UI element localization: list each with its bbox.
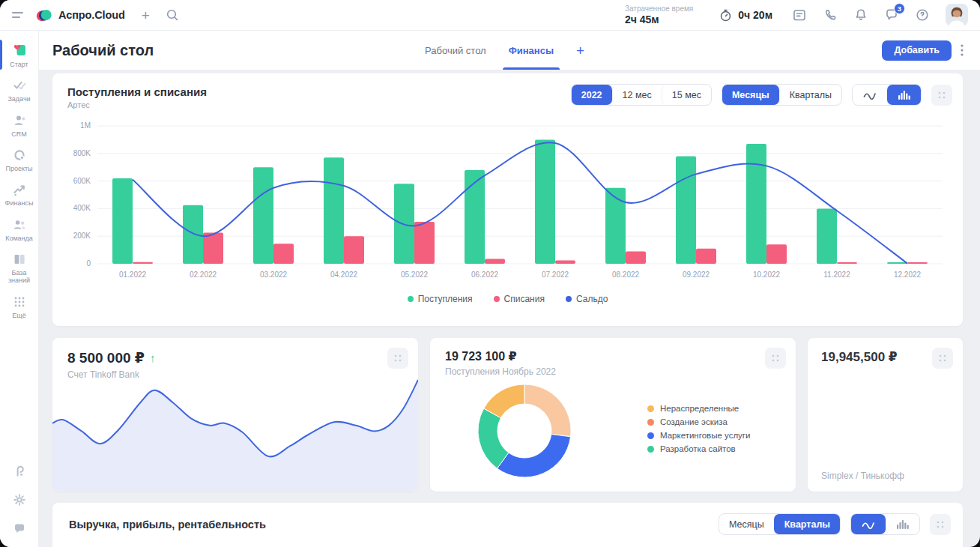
- phone-icon[interactable]: [823, 7, 838, 22]
- svg-text:06.2022: 06.2022: [471, 271, 499, 279]
- legend-label: Разработка сайтов: [660, 444, 736, 453]
- donut-legend-item[interactable]: Маркетинговые услуги: [647, 431, 750, 440]
- screen: Аспро.Cloud + Затраченное время 2ч 45м 0…: [0, 0, 980, 547]
- create-plus-icon[interactable]: +: [142, 8, 150, 22]
- svg-text:800K: 800K: [73, 149, 91, 157]
- revenue-months-button[interactable]: Месяцы: [719, 514, 774, 534]
- sidebar-item-label: Ещё: [12, 312, 25, 319]
- legend-label: Маркетинговые услуги: [660, 431, 750, 440]
- legend-dot: [647, 405, 654, 412]
- search-icon[interactable]: [165, 7, 180, 22]
- chat-badge: 3: [894, 3, 905, 14]
- revenue-bar-view-button[interactable]: [886, 514, 919, 534]
- legend-saldo[interactable]: Сальдо: [566, 294, 608, 304]
- avatar[interactable]: [946, 4, 968, 26]
- line-view-button[interactable]: [853, 85, 887, 105]
- sidebar-item-knowledge[interactable]: База знаний: [0, 247, 39, 289]
- sidebar-item-start[interactable]: Старт: [0, 37, 39, 73]
- svg-text:01.2022: 01.2022: [119, 271, 147, 279]
- widget-drag-handle[interactable]: [387, 348, 408, 369]
- svg-text:600K: 600K: [73, 177, 91, 185]
- donut-legend-item[interactable]: Разработка сайтов: [647, 444, 750, 453]
- feedback-chat-icon[interactable]: [12, 522, 27, 537]
- brand-logo-icon: [36, 7, 53, 24]
- sidebar-item-crm[interactable]: CRM: [0, 108, 39, 142]
- add-button[interactable]: Добавить: [882, 40, 952, 61]
- months-button[interactable]: Месяцы: [722, 85, 779, 105]
- sidebar-item-finance[interactable]: Финансы: [0, 177, 39, 211]
- line-chart-icon: [862, 520, 875, 529]
- add-tab-icon[interactable]: +: [576, 43, 584, 58]
- period-2022-button[interactable]: 2022: [572, 85, 612, 105]
- integrations-icon[interactable]: [12, 463, 27, 478]
- sidebar-item-label: CRM: [11, 130, 27, 138]
- finance-icon: [12, 182, 27, 197]
- sidebar-item-team[interactable]: Команда: [0, 212, 39, 247]
- timer[interactable]: 0ч 20м: [719, 8, 772, 22]
- svg-text:11.2022: 11.2022: [823, 271, 850, 279]
- balance-widget: 19,945,500 ₽ Simplex / Тинькофф: [808, 338, 963, 492]
- account-area-chart[interactable]: [52, 378, 418, 492]
- account-amount-row: 8 500 000 ₽ ↑: [67, 349, 403, 366]
- balance-caption: Simplex / Тинькофф: [821, 471, 904, 481]
- main-area: Рабочий стол Рабочий стол Финансы + Доба…: [39, 31, 980, 547]
- chat-icon[interactable]: 3: [884, 7, 899, 22]
- legend-income[interactable]: Поступления: [408, 294, 473, 304]
- settings-gear-icon[interactable]: [12, 492, 27, 507]
- legend-dot-saldo: [566, 296, 572, 302]
- revenue-line-view-button[interactable]: [851, 514, 886, 534]
- account-widget: 8 500 000 ₽ ↑ Счет Tinkoff Bank: [52, 338, 418, 492]
- crm-icon: [12, 113, 27, 128]
- svg-text:02.2022: 02.2022: [190, 271, 217, 279]
- line-chart-icon: [863, 91, 877, 100]
- incomings-donut-chart[interactable]: [474, 380, 575, 482]
- revenue-title: Выручка, прибыль, рентабельность: [69, 519, 266, 531]
- menu-icon[interactable]: [12, 10, 25, 20]
- brand[interactable]: Аспро.Cloud: [36, 7, 125, 24]
- svg-text:400K: 400K: [73, 204, 91, 212]
- revenue-view-toggle: [850, 513, 920, 535]
- sidebar-item-tasks[interactable]: Задачи: [0, 73, 39, 107]
- svg-text:10.2022: 10.2022: [753, 271, 781, 279]
- flow-legend: Поступления Списания Сальдо: [67, 294, 948, 304]
- bar-view-button[interactable]: [887, 85, 921, 105]
- svg-text:0: 0: [86, 259, 91, 268]
- quarters-button[interactable]: Кварталы: [779, 85, 841, 105]
- legend-expense[interactable]: Списания: [494, 294, 545, 304]
- widgets-row: 8 500 000 ₽ ↑ Счет Tinkoff Bank 19 723 1…: [52, 338, 963, 492]
- donut-legend-item[interactable]: Создание эскиза: [647, 417, 750, 426]
- balance-amount: 19,945,500 ₽: [821, 349, 949, 365]
- bell-icon[interactable]: [853, 7, 868, 22]
- period-15m-button[interactable]: 15 мес: [662, 85, 711, 105]
- bar-chart-icon: [898, 90, 910, 100]
- donut-legend-item[interactable]: Нераспределенные: [647, 404, 750, 413]
- start-icon: [11, 42, 28, 58]
- revenue-quarters-button[interactable]: Кварталы: [774, 514, 840, 534]
- sidebar-item-more[interactable]: Ещё: [0, 289, 39, 324]
- widget-drag-handle[interactable]: [931, 85, 952, 106]
- brand-name: Аспро.Cloud: [58, 9, 125, 21]
- widget-drag-handle[interactable]: [932, 348, 953, 369]
- dashboard-tabs: Рабочий стол Финансы +: [425, 31, 584, 70]
- knowledge-icon: [12, 252, 27, 267]
- page-header: Рабочий стол Рабочий стол Финансы + Доба…: [39, 31, 980, 70]
- period-12m-button[interactable]: 12 мес: [612, 85, 662, 105]
- donut-amount: 19 723 100 ₽: [445, 349, 781, 363]
- page-title: Рабочий стол: [52, 42, 154, 59]
- kebab-menu-icon[interactable]: [961, 44, 964, 56]
- widget-drag-handle[interactable]: [930, 514, 951, 535]
- help-icon[interactable]: [915, 7, 930, 22]
- notes-icon[interactable]: [792, 7, 807, 22]
- flow-bar-line-chart[interactable]: 0200K400K600K800K1M01.202202.202203.2022…: [67, 115, 948, 292]
- view-toggle: [852, 84, 922, 106]
- tab-finance[interactable]: Финансы: [509, 31, 554, 70]
- legend-dot-expense: [494, 296, 500, 302]
- svg-text:1M: 1M: [80, 121, 91, 130]
- legend-label: Создание эскиза: [660, 417, 728, 426]
- header-actions: Добавить: [882, 40, 964, 61]
- widget-drag-handle[interactable]: [765, 348, 786, 369]
- revenue-controls: Месяцы Кварталы: [719, 513, 951, 535]
- tab-desktop[interactable]: Рабочий стол: [425, 31, 486, 70]
- period-segmented: 2022 12 мес 15 мес: [571, 84, 712, 106]
- sidebar-item-projects[interactable]: Проекты: [0, 142, 39, 177]
